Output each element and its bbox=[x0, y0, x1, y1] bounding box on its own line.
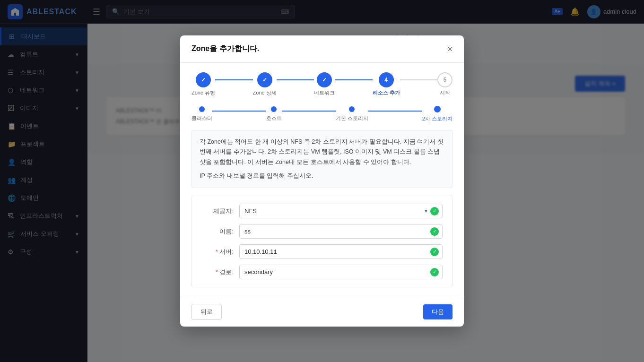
sub-label-primary: 기본 스토리지 bbox=[336, 115, 368, 122]
dialog-overlay: Zone을 추가합니다. × ✓ Zone 유형 ✓ Zone 상세 bbox=[0, 0, 644, 362]
sub-label-cluster: 클러스터 bbox=[191, 115, 212, 122]
next-button[interactable]: 다음 bbox=[423, 304, 453, 319]
dialog-body: ✓ Zone 유형 ✓ Zone 상세 ✓ 네트워크 4 bbox=[180, 63, 464, 297]
step-4-label: 리소스 추가 bbox=[373, 89, 400, 96]
step-2-circle: ✓ bbox=[257, 72, 272, 87]
sub-connector-3 bbox=[368, 111, 422, 112]
step-1-label: Zone 유형 bbox=[191, 89, 215, 96]
step-5-circle: 5 bbox=[437, 72, 453, 87]
description-text-1: 각 Zone에는 적어도 한 개 이상의 NFS 즉 2차 스토리지 서버가 필… bbox=[200, 137, 444, 167]
sub-step-cluster: 클러스터 bbox=[191, 106, 212, 122]
sub-step-primary: 기본 스토리지 bbox=[336, 106, 368, 122]
main-stepper: ✓ Zone 유형 ✓ Zone 상세 ✓ 네트워크 4 bbox=[191, 72, 453, 96]
server-label: 서버: bbox=[201, 248, 239, 256]
connector-2-3 bbox=[277, 79, 314, 80]
server-input-wrap: ✓ bbox=[239, 244, 443, 259]
connector-1-2 bbox=[215, 79, 252, 80]
server-input[interactable] bbox=[239, 244, 443, 259]
step-4: 4 리소스 추가 bbox=[373, 72, 400, 96]
sub-step-host: 호스트 bbox=[266, 106, 282, 122]
sub-circle-primary bbox=[349, 106, 355, 112]
step-3-circle: ✓ bbox=[317, 72, 332, 87]
sub-circle-cluster bbox=[199, 106, 205, 112]
sub-connector-2 bbox=[282, 111, 336, 112]
step-3: ✓ 네트워크 bbox=[314, 72, 335, 96]
sub-circle-host bbox=[271, 106, 277, 112]
name-input[interactable] bbox=[239, 224, 443, 239]
form-row-provider: 제공자: NFS SMB Swift S3 ▼ ✓ bbox=[201, 204, 443, 218]
server-ok-icon: ✓ bbox=[430, 248, 439, 256]
name-label: 이름: bbox=[201, 227, 239, 236]
provider-select[interactable]: NFS SMB Swift S3 bbox=[239, 204, 443, 218]
back-button[interactable]: 뒤로 bbox=[191, 304, 222, 320]
sub-label-host: 호스트 bbox=[266, 115, 282, 122]
step-5-label: 시작 bbox=[440, 89, 450, 96]
path-input-wrap: ✓ bbox=[239, 265, 443, 279]
step-2: ✓ Zone 상세 bbox=[253, 72, 277, 96]
form-row-server: 서버: ✓ bbox=[201, 244, 443, 259]
form-row-path: 경로: ✓ bbox=[201, 265, 443, 279]
form-row-name: 이름: ✓ bbox=[201, 224, 443, 239]
dialog-title: Zone을 추가합니다. bbox=[191, 44, 259, 54]
connector-4-5 bbox=[400, 79, 437, 80]
provider-ok-icon: ✓ bbox=[430, 207, 439, 215]
step-1: ✓ Zone 유형 bbox=[191, 72, 215, 96]
close-button[interactable]: × bbox=[447, 45, 453, 53]
dialog-footer: 뒤로 다음 bbox=[180, 297, 464, 327]
sub-label-secondary: 2차 스토리지 bbox=[422, 115, 453, 122]
sub-step-secondary: 2차 스토리지 bbox=[422, 106, 453, 122]
path-input[interactable] bbox=[239, 265, 443, 279]
dialog-header: Zone을 추가합니다. × bbox=[180, 35, 464, 63]
sub-circle-secondary bbox=[434, 106, 441, 112]
form-section: 제공자: NFS SMB Swift S3 ▼ ✓ 이름: bbox=[191, 196, 453, 287]
step-1-circle: ✓ bbox=[196, 72, 211, 87]
step-3-label: 네트워크 bbox=[314, 89, 335, 96]
step-4-circle: 4 bbox=[379, 72, 394, 87]
name-input-wrap: ✓ bbox=[239, 224, 443, 239]
sub-stepper: 클러스터 호스트 기본 스토리지 2차 스토리지 bbox=[191, 106, 453, 122]
connector-3-4 bbox=[335, 79, 372, 80]
step-5: 5 시작 bbox=[437, 72, 453, 96]
path-label: 경로: bbox=[201, 268, 239, 276]
provider-label: 제공자: bbox=[201, 207, 239, 215]
description-text-2: IP 주소와 내보낼 경로를 입력해 주십시오. bbox=[200, 171, 444, 181]
zone-add-dialog: Zone을 추가합니다. × ✓ Zone 유형 ✓ Zone 상세 bbox=[180, 35, 464, 327]
provider-input-wrap: NFS SMB Swift S3 ▼ ✓ bbox=[239, 204, 443, 218]
step-2-label: Zone 상세 bbox=[253, 89, 277, 96]
path-ok-icon: ✓ bbox=[430, 268, 439, 276]
sub-connector-1 bbox=[212, 111, 266, 112]
description-box: 각 Zone에는 적어도 한 개 이상의 NFS 즉 2차 스토리지 서버가 필… bbox=[191, 130, 453, 188]
name-ok-icon: ✓ bbox=[430, 227, 439, 236]
